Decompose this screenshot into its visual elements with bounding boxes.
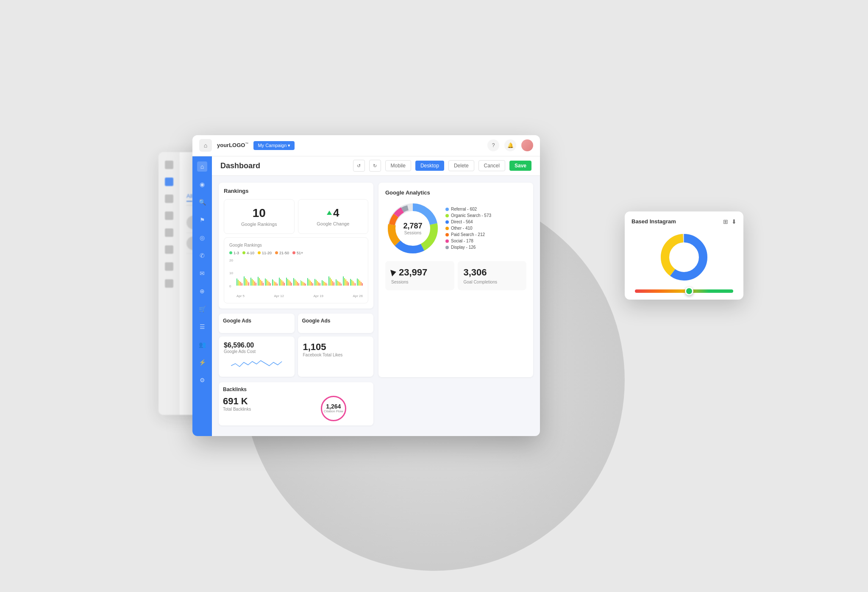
legend-dot-display (445, 246, 449, 249)
sidebar-icon-flag[interactable]: ⚑ (197, 215, 207, 225)
sidebar-icon-target[interactable]: ◎ (197, 233, 207, 243)
bg-sidebar-icon-3 (165, 195, 173, 203)
ig-icons: ⊞ ⬇ (723, 218, 737, 225)
sidebar-icon-dashboard[interactable]: ⌂ (197, 161, 207, 172)
bar-segment (323, 281, 324, 286)
bar-segment (305, 283, 306, 285)
citation-circle: 1,264 Citation Flow (321, 396, 346, 421)
bar-segment (309, 279, 309, 286)
legend-4-10: 4-10 (242, 251, 254, 255)
slider-track (635, 289, 733, 293)
bar-segment (274, 281, 275, 286)
backlinks-metrics: 691 K Total Backlinks 1,264 Citation Flo… (223, 396, 369, 421)
bar-segment (350, 279, 351, 286)
slider-container (632, 289, 737, 293)
bar-segment (301, 281, 302, 285)
bar-segment (310, 281, 311, 286)
bar-group-13 (328, 258, 334, 286)
bar-segment (332, 281, 333, 286)
bar-segment (248, 281, 248, 286)
delete-button[interactable]: Delete (448, 160, 474, 171)
chart-title: Google Rankings (229, 243, 363, 247)
bar-group-1 (244, 258, 250, 286)
slider-thumb[interactable] (685, 287, 693, 295)
bar-segment (351, 280, 352, 285)
home-button[interactable]: ⌂ (199, 139, 212, 152)
help-button[interactable]: ? (487, 139, 499, 151)
bar-segment (263, 283, 264, 286)
redo-button[interactable]: ↻ (369, 160, 381, 172)
campaign-button[interactable]: My Campaign ▾ (253, 141, 295, 150)
save-button[interactable]: Save (509, 161, 531, 171)
bar-segment (248, 282, 249, 285)
sidebar-icon-circle[interactable]: ◉ (197, 179, 207, 189)
goal-completions-label: Goal Completions (464, 280, 521, 284)
sidebar-icon-users[interactable]: 👥 (197, 339, 207, 350)
legend-other: Other - 410 (445, 226, 491, 231)
bar-segment (307, 278, 308, 286)
citation-flow-metric: 1,264 Citation Flow (298, 396, 370, 421)
undo-button[interactable]: ↺ (353, 160, 365, 172)
x-label-apr26: Apr 26 (353, 294, 363, 298)
rankings-section: Rankings 10 Google Rankings 4 Google Cha… (219, 183, 373, 309)
desktop-button[interactable]: Desktop (415, 161, 444, 171)
main-dashboard: ⌂ yourLOGO™ My Campaign ▾ ? 🔔 ⌂ ◉ 🔍 ⚑ ◎ … (192, 135, 540, 436)
ig-download-icon[interactable]: ⬇ (732, 218, 737, 225)
bar-group-11 (314, 258, 320, 286)
bar-segment (291, 283, 292, 285)
bar-segment (260, 280, 261, 286)
sidebar-icon-location[interactable]: ⊕ (197, 286, 207, 296)
sidebar-icon-bolt[interactable]: ⚡ (197, 357, 207, 367)
bar-segment (290, 281, 291, 285)
bar-segment (284, 283, 285, 285)
bar-segment (265, 278, 266, 286)
sidebar-icon-phone[interactable]: ✆ (197, 250, 207, 261)
bar-segment (277, 283, 278, 286)
cancel-button[interactable]: Cancel (479, 160, 505, 171)
bar-segment (275, 282, 276, 285)
bar-group-8 (293, 258, 299, 286)
bg-sidebar (159, 152, 180, 415)
sidebar-icon-doc[interactable]: ☰ (197, 322, 207, 332)
ig-title: Based Instagram (632, 218, 676, 225)
ads-section-title-1: Google Ads (223, 318, 290, 324)
legend-label-display: Display - 126 (451, 245, 476, 250)
bar-group-3 (258, 258, 264, 286)
sidebar-icon-search[interactable]: 🔍 (197, 197, 207, 207)
legend-direct: Direct - 564 (445, 220, 491, 224)
bar-segment (311, 282, 312, 286)
bar-segment (357, 278, 358, 286)
user-avatar[interactable] (521, 139, 533, 151)
bar-segment (324, 282, 325, 286)
sessions-label: Sessions (391, 280, 448, 284)
sessions-stat: 23,997 Sessions (385, 261, 454, 290)
legend-dot-organic (445, 214, 449, 217)
analytics-section: Google Analytics (378, 183, 533, 377)
dashboard-title: Dashboard (220, 161, 349, 170)
bar-segment (327, 283, 328, 285)
legend-label-direct: Direct - 564 (451, 220, 473, 224)
notification-button[interactable]: 🔔 (504, 139, 516, 151)
ig-header: Based Instagram ⊞ ⬇ (632, 218, 737, 225)
mobile-button[interactable]: Mobile (385, 160, 411, 171)
bar-segment (236, 278, 237, 286)
sidebar-icon-settings[interactable]: ⚙ (197, 375, 207, 385)
change-arrow-up (327, 211, 332, 215)
bar-segment (316, 280, 317, 285)
bar-group-6 (279, 258, 285, 286)
bar-segment (331, 279, 332, 286)
backlinks-card: Backlinks 691 K Total Backlinks 1,264 Ci… (219, 382, 373, 425)
fb-likes-label: Facebook Total Likes (303, 353, 369, 357)
scene-container: Dashl All T Den A... Betto Co... ⌂ yourL… (159, 127, 709, 466)
bar-group-7 (286, 258, 292, 286)
donut-value: 2,787 (403, 222, 422, 231)
bar-segment (318, 282, 319, 286)
sidebar-icon-cart[interactable]: 🛒 (197, 304, 207, 314)
ig-grid-icon[interactable]: ⊞ (723, 218, 728, 225)
total-backlinks-metric: 691 K Total Backlinks (223, 396, 295, 421)
sidebar-icon-mail[interactable]: ✉ (197, 268, 207, 278)
bar-segment (337, 281, 338, 286)
bar-segment (259, 278, 260, 285)
main-content: Rankings 10 Google Rankings 4 Google Cha… (212, 176, 540, 436)
bar-segment (348, 282, 349, 285)
